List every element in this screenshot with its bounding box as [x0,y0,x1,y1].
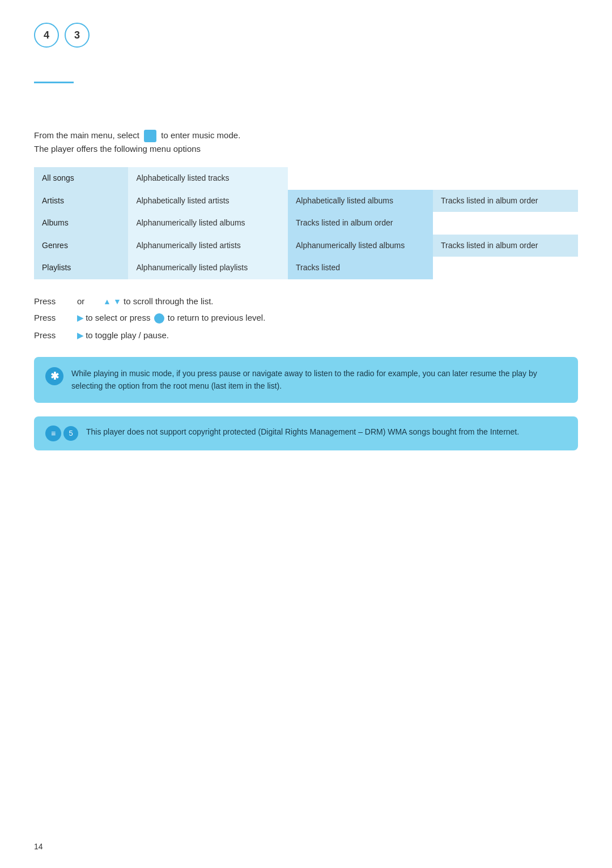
table-cell-level3 [433,257,578,279]
press-instructions: Press or ▲ ▼ to scroll through the list.… [34,296,578,340]
warning-box: ≡ 5 This player does not support copyrig… [34,416,578,450]
press-item-select: Press ▶ to select or press to return to … [34,313,578,324]
press-scroll-text: ▲ ▼ to scroll through the list. [103,296,213,306]
intro-line2: The player offers the following menu opt… [34,144,201,154]
table-cell-level1: Alphanumerically listed playlists [128,257,288,279]
press-item-play: Press ▶ to toggle play / pause. [34,330,578,340]
press-play-text: ▶ to toggle play / pause. [77,330,169,340]
table-cell-level3: Tracks listed in album order [433,190,578,212]
table-cell-level1: Alphanumerically listed artists [128,235,288,257]
warning-text: This player does not support copyright p… [86,426,519,438]
table-cell-level1: Alphanumerically listed albums [128,212,288,235]
press-select-text: ▶ to select or press to return to previo… [77,313,265,324]
play-icon: ▶ [77,331,83,340]
table-row: Artists Alphabetically listed artists Al… [34,190,578,212]
intro-paragraph: From the main menu, select to enter musi… [34,129,578,156]
music-mode-icon [144,130,156,142]
table-row: Albums Alphanumerically listed albums Tr… [34,212,578,235]
table-cell-level3 [433,212,578,235]
table-cell-category: Albums [34,212,128,235]
press-connector: or [77,296,94,306]
table-row: All songs Alphabetically listed tracks [34,167,578,190]
ok-arrow-icon: ▶ [77,313,83,322]
table-cell-category: All songs [34,167,128,190]
table-cell-level2 [288,167,433,190]
back-button-icon [154,313,164,324]
page-number: 14 [34,842,43,851]
table-cell-level1: Alphabetically listed artists [128,190,288,212]
badge-3: 3 [65,23,90,48]
table-cell-level1: Alphabetically listed tracks [128,167,288,190]
note-text: While playing in music mode, if you pres… [71,367,567,393]
down-arrow-icon: ▼ [113,297,121,306]
table-cell-level2: Alphanumerically listed albums [288,235,433,257]
press-label: Press [34,296,68,306]
table-row: Genres Alphanumerically listed artists A… [34,235,578,257]
table-cell-category: Playlists [34,257,128,279]
press-label: Press [34,330,68,340]
intro-line1: From the main menu, select [34,130,139,140]
up-arrow-icon: ▲ [103,297,111,306]
warning-eq-icon: ≡ [45,426,61,441]
table-row: Playlists Alphanumerically listed playli… [34,257,578,279]
table-cell-level2: Tracks listed [288,257,433,279]
top-badges: 4 3 [34,23,578,48]
press-item-scroll: Press or ▲ ▼ to scroll through the list. [34,296,578,306]
badge-4: 4 [34,23,59,48]
note-box: ✱ While playing in music mode, if you pr… [34,357,578,403]
note-asterisk-icon: ✱ [45,367,63,385]
menu-options-table: All songs Alphabetically listed tracks A… [34,167,578,279]
warning-num-icon: 5 [63,426,78,441]
warning-icons: ≡ 5 [45,426,78,441]
table-cell-level2: Alphabetically listed albums [288,190,433,212]
table-cell-category: Artists [34,190,128,212]
table-cell-level3: Tracks listed in album order [433,235,578,257]
section-divider [34,82,74,83]
table-cell-level3 [433,167,578,190]
intro-line1-suffix: to enter music mode. [161,130,240,140]
table-cell-category: Genres [34,235,128,257]
table-cell-level2: Tracks listed in album order [288,212,433,235]
press-label: Press [34,313,68,322]
